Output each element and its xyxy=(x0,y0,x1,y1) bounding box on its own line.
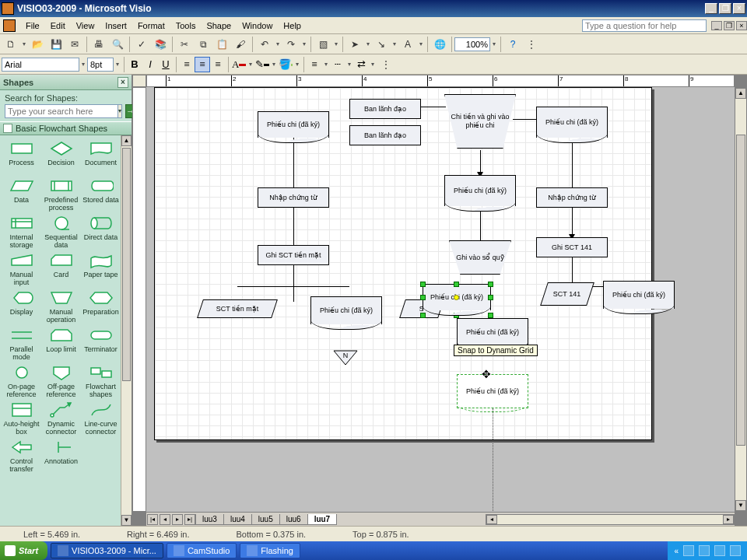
align-center-button[interactable]: ≡ xyxy=(195,57,210,72)
zoom-combo[interactable] xyxy=(454,37,490,51)
pointer-drop[interactable]: ▾ xyxy=(364,36,372,53)
shape-process[interactable]: Nhập chứng từ xyxy=(258,187,329,208)
italic-button[interactable]: I xyxy=(142,57,158,72)
tray-expand-icon[interactable]: « xyxy=(674,547,679,555)
connector[interactable] xyxy=(572,141,573,189)
paste-button[interactable]: 📋 xyxy=(213,36,230,53)
stencil-display[interactable]: Display xyxy=(2,288,41,324)
menu-file[interactable]: File xyxy=(20,19,45,32)
spelling-button[interactable]: ✓ xyxy=(133,36,150,53)
line-ends-button[interactable]: ⇄ xyxy=(353,57,369,72)
ink-button[interactable]: 🌐 xyxy=(431,36,448,53)
hscroll-right-icon[interactable]: ▸ xyxy=(723,515,734,524)
stencil-scrollbar[interactable]: ▲ ▼ xyxy=(121,135,132,526)
menu-window[interactable]: Window xyxy=(237,19,278,32)
save-button[interactable]: 💾 xyxy=(47,36,65,53)
format-painter-button[interactable]: 🖌 xyxy=(232,36,249,53)
stencil-on-page-reference[interactable]: On-page reference xyxy=(2,362,41,398)
close-button[interactable]: × xyxy=(733,3,745,14)
scroll-up-icon[interactable]: ▲ xyxy=(121,135,132,146)
email-button[interactable]: ✉ xyxy=(66,36,83,53)
print-preview-button[interactable]: 🔍 xyxy=(109,36,126,53)
fill-color-button[interactable]: 🪣 xyxy=(278,57,293,72)
stencil-preparation[interactable]: Preparation xyxy=(81,288,121,324)
text-tool-button[interactable]: A xyxy=(399,36,416,53)
stencil-annotation[interactable]: Annotation xyxy=(41,437,81,473)
page-tab-luu6[interactable]: luu6 xyxy=(279,514,308,525)
line-weight-button[interactable]: ≡ xyxy=(307,57,322,72)
tab-nav-next[interactable]: ▸ xyxy=(172,514,183,525)
drawing-page[interactable]: Phiếu chi (đã ký) Ban lãnh đạo Ban lãnh … xyxy=(154,87,652,440)
menu-shape[interactable]: Shape xyxy=(201,19,237,32)
stencil-flowchart-shapes[interactable]: Flowchart shapes xyxy=(81,362,121,398)
font-size-combo[interactable] xyxy=(87,58,114,72)
align-left-button[interactable]: ≡ xyxy=(179,57,195,72)
connector-drop[interactable]: ▾ xyxy=(391,36,398,53)
menu-format[interactable]: Format xyxy=(132,19,170,32)
shape-document-selected[interactable]: Phiếu chi (đã ký) xyxy=(423,284,491,310)
new-button[interactable]: 🗋 xyxy=(2,36,19,53)
menu-help[interactable]: Help xyxy=(278,19,307,32)
shapes-search-input[interactable] xyxy=(5,104,118,118)
line-ends-drop[interactable]: ▾ xyxy=(369,56,377,73)
underline-button[interactable]: U xyxy=(158,57,174,72)
fill-color-drop[interactable]: ▾ xyxy=(293,56,301,73)
stencil-stored-data[interactable]: Stored data xyxy=(81,176,121,212)
font-size-drop[interactable]: ▾ xyxy=(114,56,121,73)
start-button[interactable]: Start xyxy=(0,541,47,560)
tray-icon[interactable] xyxy=(714,545,725,556)
shapes-window-button[interactable]: ▧ xyxy=(314,36,331,53)
font-name-drop[interactable]: ▾ xyxy=(79,56,87,73)
line-pattern-drop[interactable]: ▾ xyxy=(345,56,353,73)
menu-edit[interactable]: Edit xyxy=(45,19,71,32)
page-tab-luu3[interactable]: luu3 xyxy=(195,514,224,525)
shape-data[interactable]: SCT tiền mặt xyxy=(197,299,278,318)
shape-document[interactable]: Phiếu chi (đã ký) xyxy=(536,107,608,138)
tab-nav-first[interactable]: |◂ xyxy=(147,514,158,525)
help-button[interactable]: ? xyxy=(504,36,521,53)
connector-tool-button[interactable]: ↘ xyxy=(373,36,390,53)
page-tab-luu7[interactable]: luu7 xyxy=(307,514,338,525)
help-search-box[interactable] xyxy=(582,19,707,32)
stencil-decision[interactable]: Decision xyxy=(41,138,81,174)
stencil-card[interactable]: Card xyxy=(41,250,81,286)
line-weight-drop[interactable]: ▾ xyxy=(322,56,330,73)
tray-icon[interactable] xyxy=(699,545,710,556)
stencil-header[interactable]: Basic Flowchart Shapes xyxy=(0,121,132,135)
shape-process[interactable]: Ban lãnh đạo xyxy=(349,125,421,145)
stencil-internal-storage[interactable]: Internal storage xyxy=(2,213,41,249)
menu-tools[interactable]: Tools xyxy=(170,19,202,32)
tab-nav-prev[interactable]: ◂ xyxy=(160,514,170,525)
font-name-combo[interactable] xyxy=(2,58,79,72)
scroll-down-icon[interactable]: ▼ xyxy=(121,515,132,526)
connector[interactable] xyxy=(572,255,573,286)
stencil-off-page-reference[interactable]: Off-page reference xyxy=(41,362,81,398)
shape-merge[interactable]: N xyxy=(332,349,359,366)
connector[interactable] xyxy=(480,211,481,242)
stencil-direct-data[interactable]: Direct data xyxy=(81,213,121,249)
mdi-close-button[interactable]: × xyxy=(736,21,747,30)
shape-document[interactable]: Phiếu chi (đã ký) xyxy=(603,281,675,309)
connector[interactable] xyxy=(293,205,294,247)
shape-document[interactable]: Phiếu chi (đã ký) xyxy=(258,111,329,138)
connector[interactable] xyxy=(572,205,573,236)
align-right-button[interactable]: ≡ xyxy=(210,57,226,72)
open-button[interactable]: 📂 xyxy=(29,36,46,53)
shapes-panel-close-button[interactable]: × xyxy=(117,77,128,88)
tray-icon[interactable] xyxy=(683,545,694,556)
tray-icon[interactable] xyxy=(730,545,741,556)
shape-document-dragging[interactable]: Phiếu chi (đã ký) xyxy=(457,374,528,408)
shapes-search-drop[interactable]: ▾ xyxy=(118,104,122,118)
cut-button[interactable]: ✂ xyxy=(176,36,193,53)
stencil-control-transfer[interactable]: Control transfer xyxy=(2,437,41,473)
font-color-drop[interactable]: ▾ xyxy=(247,56,254,73)
pointer-tool-button[interactable]: ➤ xyxy=(346,36,363,53)
scroll-thumb[interactable] xyxy=(122,148,131,381)
stencil-manual-operation[interactable]: Manual operation xyxy=(41,288,81,324)
redo-button[interactable]: ↷ xyxy=(282,36,300,53)
help-search-input[interactable] xyxy=(582,19,707,32)
connector[interactable] xyxy=(418,107,446,107)
mdi-minimize-button[interactable]: _ xyxy=(711,21,722,30)
font-color-button[interactable]: A xyxy=(231,57,247,72)
connector[interactable] xyxy=(480,150,481,173)
